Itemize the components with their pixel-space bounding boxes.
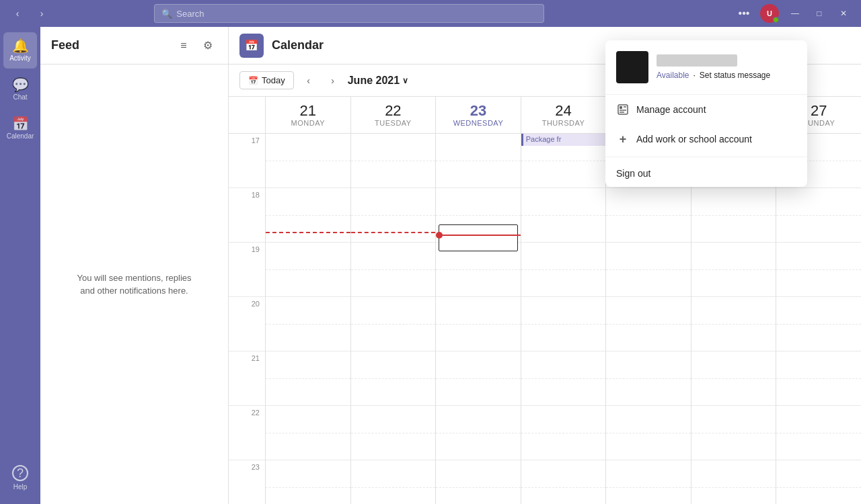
day-body-saturday[interactable]	[691, 134, 776, 504]
minimize-button[interactable]: —	[786, 4, 804, 23]
day-slot[interactable]	[351, 460, 436, 504]
sidebar-item-chat[interactable]: 💬 Chat	[3, 71, 37, 108]
day-slot[interactable]	[691, 406, 776, 460]
day-slot[interactable]	[351, 134, 436, 188]
time-slot-17: 17	[229, 134, 265, 188]
day-slot[interactable]	[521, 406, 606, 460]
day-slot[interactable]	[606, 460, 691, 504]
day-slot[interactable]	[521, 351, 606, 406]
day-slot[interactable]	[351, 188, 436, 243]
day-slot[interactable]	[436, 406, 521, 460]
day-slot[interactable]	[691, 460, 776, 504]
day-slot[interactable]	[436, 134, 521, 188]
day-slot[interactable]	[776, 406, 861, 460]
time-slot-18: 18	[229, 188, 265, 243]
time-slot-21: 21	[229, 351, 265, 406]
day-slot[interactable]	[351, 243, 436, 297]
day-slot[interactable]	[776, 297, 861, 351]
day-slot[interactable]	[691, 351, 776, 406]
day-body-tuesday[interactable]	[351, 134, 436, 504]
day-body-sunday[interactable]	[776, 134, 861, 504]
day-slot[interactable]	[691, 297, 776, 351]
day-slot[interactable]	[266, 406, 350, 460]
day-body-thursday[interactable]: Package fr	[521, 134, 606, 504]
set-status-button[interactable]: Set status message	[700, 71, 770, 80]
sidebar-item-activity-label: Activity	[9, 54, 31, 62]
day-slot[interactable]	[521, 460, 606, 504]
day-body-monday[interactable]	[266, 134, 350, 504]
day-slot[interactable]	[266, 297, 350, 351]
day-slot[interactable]	[436, 243, 521, 297]
day-slot[interactable]	[606, 406, 691, 460]
day-slot[interactable]	[606, 351, 691, 406]
sign-out-item[interactable]: Sign out	[605, 160, 807, 187]
avatar-button[interactable]: U	[759, 3, 780, 24]
sidebar-item-calendar[interactable]: 📅 Calendar	[3, 110, 37, 146]
day-slot[interactable]	[266, 243, 350, 297]
back-button[interactable]: ‹	[8, 4, 27, 23]
day-header-tuesday[interactable]: 22 Tuesday	[351, 97, 436, 134]
package-event[interactable]: Package fr	[521, 134, 606, 146]
more-options-button[interactable]: •••	[735, 4, 753, 23]
forward-button[interactable]: ›	[32, 4, 51, 23]
search-bar[interactable]: 🔍 Search	[154, 4, 544, 23]
day-header-monday[interactable]: 21 Monday	[266, 97, 350, 134]
calendar-small-icon: 📅	[248, 76, 258, 85]
day-slot[interactable]	[606, 297, 691, 351]
time-header-spacer	[229, 97, 265, 134]
day-slot[interactable]	[351, 406, 436, 460]
sidebar-item-calendar-label: Calendar	[7, 132, 34, 140]
day-slot[interactable]	[266, 351, 350, 406]
day-header-thursday[interactable]: 24 Thursday	[521, 97, 606, 134]
feed-filter-button[interactable]: ≡	[174, 36, 193, 55]
day-slot[interactable]	[351, 297, 436, 351]
sidebar-item-help[interactable]: ? Help	[3, 460, 37, 496]
sidebar-item-help-label: Help	[13, 483, 28, 491]
day-col-monday: 21 Monday	[266, 97, 351, 504]
day-slot[interactable]	[691, 188, 776, 243]
svg-rect-1	[620, 106, 622, 109]
status-separator: ·	[693, 71, 695, 80]
today-button[interactable]: 📅 Today	[239, 71, 294, 89]
day-slot[interactable]	[436, 460, 521, 504]
day-slot[interactable]	[351, 351, 436, 406]
day-col-thursday: 24 Thursday Package fr	[521, 97, 607, 504]
day-number-22: 22	[385, 103, 401, 119]
close-button[interactable]: ✕	[834, 4, 853, 23]
next-week-button[interactable]: ›	[324, 71, 342, 90]
day-slot[interactable]	[776, 243, 861, 297]
day-body-wednesday[interactable]	[436, 134, 521, 504]
sidebar-item-activity[interactable]: 🔔 Activity	[3, 32, 37, 69]
add-account-item[interactable]: + Add work or school account	[605, 124, 807, 154]
add-account-label: Add work or school account	[636, 134, 752, 144]
day-slot[interactable]	[436, 297, 521, 351]
manage-account-item[interactable]: Manage account	[605, 95, 807, 124]
maximize-button[interactable]: □	[810, 4, 829, 23]
day-slot[interactable]	[776, 188, 861, 243]
day-slot[interactable]	[776, 460, 861, 504]
profile-dropdown[interactable]: Available · Set status message Manage ac…	[605, 40, 807, 187]
time-slot-22: 22	[229, 406, 265, 460]
day-slot[interactable]	[521, 188, 606, 243]
day-slot[interactable]	[606, 243, 691, 297]
day-header-wednesday[interactable]: 23 Wednesday	[436, 97, 521, 134]
day-slot[interactable]	[521, 297, 606, 351]
prev-week-button[interactable]: ‹	[299, 71, 318, 90]
day-slot[interactable]	[266, 134, 350, 188]
feed-settings-button[interactable]: ⚙	[198, 36, 217, 55]
day-slot[interactable]	[266, 460, 350, 504]
day-slot[interactable]	[266, 188, 350, 243]
day-slot[interactable]	[521, 243, 606, 297]
settings-icon: ⚙	[203, 39, 213, 52]
available-status-link[interactable]: Available	[657, 71, 689, 80]
day-slot[interactable]	[776, 351, 861, 406]
day-body-friday[interactable]	[606, 134, 691, 504]
day-slot[interactable]	[606, 188, 691, 243]
day-slot[interactable]	[436, 351, 521, 406]
day-name-thursday: Thursday	[542, 119, 585, 127]
month-label[interactable]: June 2021 ∨	[348, 75, 408, 87]
search-placeholder: Search	[176, 9, 204, 19]
manage-account-icon	[616, 103, 630, 116]
dropdown-divider	[605, 157, 807, 157]
day-slot[interactable]	[691, 243, 776, 297]
